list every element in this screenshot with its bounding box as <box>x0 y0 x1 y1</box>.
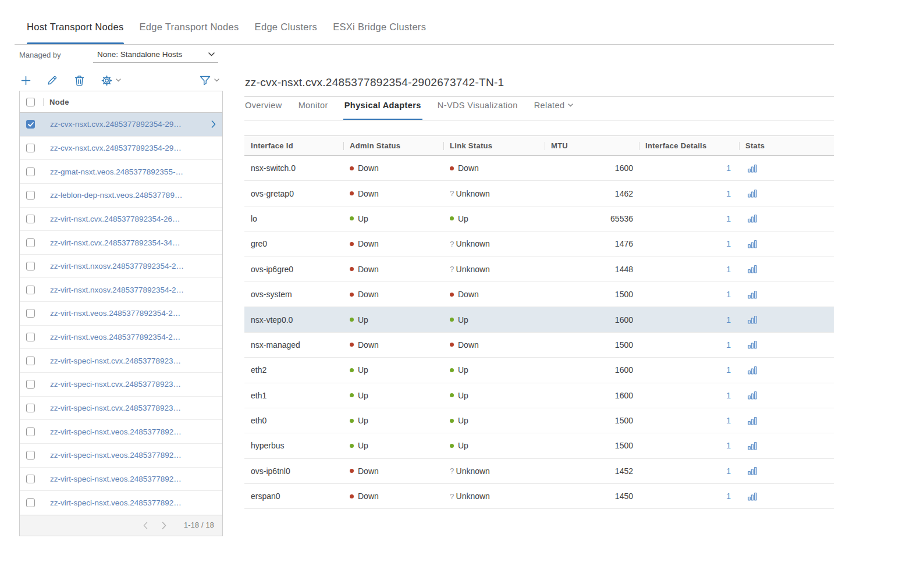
node-list-item[interactable]: zz-cvx-nsxt.cvx.2485377892354-29… <box>20 113 222 137</box>
chevron-right-icon[interactable] <box>211 120 216 128</box>
node-checkbox[interactable] <box>26 262 35 270</box>
tab-monitor[interactable]: Monitor <box>298 101 328 120</box>
node-list-item[interactable]: zz-virt-speci-nsxt.cvx.24853778923… <box>20 373 222 397</box>
node-link[interactable]: zz-cvx-nsxt.cvx.2485377892354-29… <box>50 120 209 129</box>
tab-physical-adapters[interactable]: Physical Adapters <box>344 101 421 120</box>
adapter-table-row[interactable]: ovs-ip6tnl0 Down ? Unknown 1452 1 <box>244 459 834 484</box>
interface-details-link[interactable]: 1 <box>726 466 731 476</box>
node-link[interactable]: zz-virt-speci-nsxt.veos.2485377892… <box>50 498 222 507</box>
interface-details-link[interactable]: 1 <box>726 315 731 325</box>
node-checkbox[interactable] <box>26 309 35 318</box>
tab-esxi-bridge-clusters[interactable]: ESXi Bridge Clusters <box>333 22 426 45</box>
interface-details-link[interactable]: 1 <box>726 265 731 274</box>
node-list-item[interactable]: zz-virt-nsxt.veos.2485377892354-2… <box>20 326 222 350</box>
node-list-item[interactable]: zz-virt-speci-nsxt.veos.2485377892… <box>20 444 222 468</box>
edit-button[interactable] <box>47 75 58 86</box>
column-header-interface-details[interactable]: Interface Details <box>639 136 739 155</box>
interface-details-link[interactable]: 1 <box>726 290 731 299</box>
node-link[interactable]: zz-gmat-nsxt.veos.2485377892355-… <box>50 168 222 176</box>
interface-details-link[interactable]: 1 <box>726 239 731 248</box>
stats-chart-icon[interactable] <box>748 290 758 299</box>
node-link[interactable]: zz-virt-nsxt.veos.2485377892354-2… <box>50 309 222 318</box>
node-checkbox[interactable] <box>26 475 35 483</box>
node-checkbox[interactable] <box>26 498 35 507</box>
adapter-table-row[interactable]: lo Up Up 65536 1 <box>244 206 834 231</box>
column-header-admin-status[interactable]: Admin Status <box>343 136 443 155</box>
node-link[interactable]: zz-virt-nsxt.cvx.2485377892354-34… <box>50 238 222 247</box>
node-checkbox[interactable] <box>26 404 35 412</box>
previous-page-button[interactable] <box>136 522 155 529</box>
node-checkbox[interactable] <box>26 357 35 365</box>
node-list-item[interactable]: zz-virt-nsxt.cvx.2485377892354-26… <box>20 208 222 231</box>
adapter-table-row[interactable]: nsx-vtep0.0 Up Up 1600 1 <box>244 307 834 332</box>
node-link[interactable]: zz-virt-speci-nsxt.cvx.24853778923… <box>50 357 222 365</box>
stats-chart-icon[interactable] <box>748 315 758 324</box>
tab-edge-clusters[interactable]: Edge Clusters <box>255 22 318 45</box>
node-link[interactable]: zz-virt-speci-nsxt.cvx.24853778923… <box>50 404 222 412</box>
interface-details-link[interactable]: 1 <box>726 189 731 198</box>
interface-details-link[interactable]: 1 <box>726 491 731 501</box>
node-link[interactable]: zz-virt-nsxt.veos.2485377892354-2… <box>50 333 222 341</box>
node-checkbox[interactable] <box>26 168 35 176</box>
node-checkbox[interactable] <box>26 144 35 152</box>
node-link[interactable]: zz-virt-nsxt.nxosv.2485377892354-2… <box>50 286 222 294</box>
next-page-button[interactable] <box>155 522 173 529</box>
stats-chart-icon[interactable] <box>748 214 758 223</box>
adapter-table-row[interactable]: nsx-managed Down Down 1500 1 <box>244 333 834 358</box>
node-link[interactable]: zz-virt-speci-nsxt.cvx.24853778923… <box>50 380 222 389</box>
interface-details-link[interactable]: 1 <box>726 163 731 173</box>
adapter-table-row[interactable]: eth0 Up Up 1500 1 <box>244 408 834 433</box>
column-header-link-status[interactable]: Link Status <box>443 136 545 155</box>
column-header-mtu[interactable]: MTU <box>545 136 639 155</box>
adapter-table-row[interactable]: ovs-gretap0 Down ? Unknown 1462 1 <box>244 181 834 206</box>
tab-overview[interactable]: Overview <box>245 101 282 120</box>
stats-chart-icon[interactable] <box>748 366 758 375</box>
adapter-table-row[interactable]: eth2 Up Up 1600 1 <box>244 358 834 383</box>
node-list-item[interactable]: zz-virt-speci-nsxt.veos.2485377892… <box>20 420 222 444</box>
node-column-header[interactable]: Node <box>49 98 69 106</box>
node-link[interactable]: zz-virt-nsxt.cvx.2485377892354-26… <box>50 215 222 223</box>
tab-related[interactable]: Related <box>534 101 574 120</box>
stats-chart-icon[interactable] <box>748 164 758 173</box>
interface-details-link[interactable]: 1 <box>726 416 731 425</box>
node-link[interactable]: zz-virt-speci-nsxt.veos.2485377892… <box>50 428 222 436</box>
interface-details-link[interactable]: 1 <box>726 340 731 350</box>
adapter-table-row[interactable]: nsx-switch.0 Down Down 1600 1 <box>244 156 834 181</box>
node-link[interactable]: zz-virt-speci-nsxt.veos.2485377892… <box>50 475 222 483</box>
tab-host-transport-nodes[interactable]: Host Transport Nodes <box>27 22 124 45</box>
stats-chart-icon[interactable] <box>748 340 758 349</box>
managed-by-select[interactable]: None: Standalone Hosts <box>93 49 218 63</box>
add-button[interactable] <box>21 76 31 86</box>
node-checkbox[interactable] <box>26 191 35 200</box>
node-checkbox[interactable] <box>26 333 35 341</box>
select-all-checkbox[interactable] <box>26 98 35 106</box>
adapter-table-row[interactable]: ovs-system Down Down 1500 1 <box>244 282 834 307</box>
interface-details-link[interactable]: 1 <box>726 441 731 450</box>
interface-details-link[interactable]: 1 <box>726 365 731 375</box>
node-list-item[interactable]: zz-virt-nsxt.nxosv.2485377892354-2… <box>20 255 222 279</box>
adapter-table-row[interactable]: ovs-ip6gre0 Down ? Unknown 1448 1 <box>244 257 834 282</box>
node-checkbox[interactable] <box>26 120 35 129</box>
node-checkbox[interactable] <box>26 428 35 436</box>
node-list-item[interactable]: zz-virt-speci-nsxt.veos.2485377892… <box>20 491 222 515</box>
node-checkbox[interactable] <box>26 380 35 389</box>
stats-chart-icon[interactable] <box>748 466 758 475</box>
delete-button[interactable] <box>74 75 84 86</box>
node-list-item[interactable]: zz-virt-nsxt.cvx.2485377892354-34… <box>20 231 222 255</box>
column-header-interface-id[interactable]: Interface Id <box>244 136 343 155</box>
node-link[interactable]: zz-virt-nsxt.nxosv.2485377892354-2… <box>50 262 222 270</box>
tab-edge-transport-nodes[interactable]: Edge Transport Nodes <box>140 22 239 45</box>
node-checkbox[interactable] <box>26 451 35 459</box>
node-list-item[interactable]: zz-virt-speci-nsxt.veos.2485377892… <box>20 468 222 491</box>
node-list-item[interactable]: zz-leblon-dep-nsxt.veos.248537789… <box>20 184 222 208</box>
node-list-item[interactable]: zz-gmat-nsxt.veos.2485377892355-… <box>20 160 222 184</box>
stats-chart-icon[interactable] <box>748 265 758 273</box>
stats-chart-icon[interactable] <box>748 240 758 248</box>
node-checkbox[interactable] <box>26 286 35 294</box>
column-header-stats[interactable]: Stats <box>739 136 834 155</box>
node-checkbox[interactable] <box>26 238 35 247</box>
adapter-table-row[interactable]: erspan0 Down ? Unknown 1450 1 <box>244 484 834 509</box>
interface-details-link[interactable]: 1 <box>726 214 731 223</box>
stats-chart-icon[interactable] <box>748 391 758 400</box>
adapter-table-row[interactable]: hyperbus Up Up 1500 1 <box>244 433 834 458</box>
